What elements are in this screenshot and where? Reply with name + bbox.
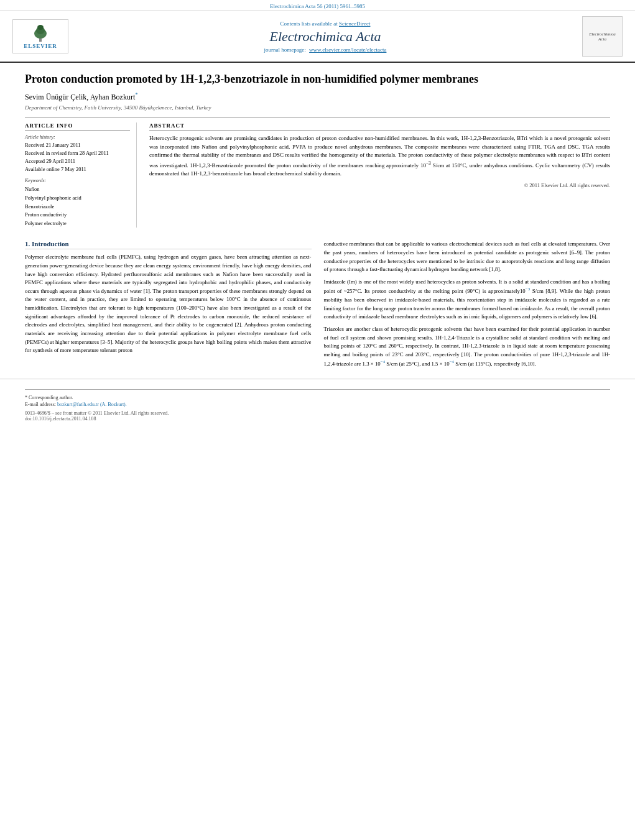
keyword-proton: Proton conductivity (25, 211, 130, 219)
abstract-text: Heterocyclic protogenic solvents are pro… (149, 134, 610, 178)
copyright-footer: 0013-4686/$ – see front matter © 2011 El… (25, 410, 610, 422)
body-right-column: conductive membranes that can be applica… (324, 240, 611, 372)
keyword-polymer: Polymer electrolyte (25, 219, 130, 228)
abstract-column: ABSTRACT Heterocyclic protogenic solvent… (149, 122, 610, 228)
article-info-column: ARTICLE INFO Article history: Received 2… (25, 122, 137, 228)
article-title: Proton conduction promoted by 1H-1,2,3-b… (25, 72, 610, 86)
sciencedirect-text[interactable]: ScienceDirect (339, 21, 370, 27)
accepted-date: Accepted 29 April 2011 (25, 157, 130, 165)
intro-paragraph3: Imidazole (Im) is one of the most widely… (324, 278, 611, 321)
author-names: Sevim Ünügür Çelik, Ayhan Bozkurt (25, 93, 135, 101)
authors: Sevim Ünügür Çelik, Ayhan Bozkurt* (25, 91, 610, 102)
intro-heading: 1. Introduction (25, 240, 312, 249)
corresponding-label: * Corresponding author. (25, 395, 73, 400)
homepage-url[interactable]: www.elsevier.com/locate/electacta (309, 47, 386, 53)
affiliation: Department of Chemistry, Fatih Universit… (25, 104, 610, 111)
abstract-copyright: © 2011 Elsevier Ltd. All rights reserved… (149, 182, 610, 188)
keywords-group: Keywords: Nafion Polyvinyl phosphonic ac… (25, 178, 130, 228)
keyword-benzo: Benzotriazole (25, 203, 130, 211)
keyword-pvpa: Polyvinyl phosphonic acid (25, 194, 130, 203)
intro-paragraph2: conductive membranes that can be applica… (324, 240, 611, 274)
email-note: E-mail address: bozkurt@fatih.edu.tr (A.… (25, 402, 610, 407)
email-label: E-mail address: (25, 402, 56, 407)
homepage-label: journal homepage: (264, 47, 306, 53)
journal-title: Electrochimica Acta (68, 29, 582, 45)
article-info-abstract: ARTICLE INFO Article history: Received 2… (25, 117, 610, 228)
elsevier-logo: ELSEVIER (12, 19, 68, 53)
journal-logo-text: Electrochimica Acta (583, 29, 622, 44)
body-section: 1. Introduction Polymer electrolyte memb… (0, 240, 635, 372)
received-date: Received 21 January 2011 (25, 141, 130, 149)
abstract-label: ABSTRACT (149, 122, 610, 131)
journal-reference: Electrochimica Acta 56 (2011) 5961–5985 (270, 3, 365, 9)
sciencedirect-link: Contents lists available at ScienceDirec… (68, 21, 582, 27)
history-label: Article history: (25, 134, 130, 140)
homepage-link: journal homepage: www.elsevier.com/locat… (68, 47, 582, 53)
header-section: ELSEVIER Contents lists available at Sci… (0, 11, 635, 63)
header-center: Contents lists available at ScienceDirec… (68, 21, 582, 53)
body-left-column: 1. Introduction Polymer electrolyte memb… (25, 240, 312, 372)
top-banner: Electrochimica Acta 56 (2011) 5961–5985 (0, 0, 635, 11)
contents-label: Contents lists available at (280, 21, 338, 27)
journal-logo: Electrochimica Acta (582, 16, 623, 57)
article-info-label: ARTICLE INFO (25, 122, 130, 131)
email-address[interactable]: bozkurt@fatih.edu.tr (A. Bozkurt). (57, 402, 127, 407)
footer-section: * Corresponding author. E-mail address: … (0, 379, 635, 425)
revised-date: Received in revised form 28 April 2011 (25, 149, 130, 157)
main-content: Proton conduction promoted by 1H-1,2,3-b… (0, 63, 635, 240)
keyword-nafion: Nafion (25, 185, 130, 194)
keywords-label: Keywords: (25, 178, 130, 183)
article-history: Article history: Received 21 January 201… (25, 134, 130, 173)
intro-paragraph4: Triazoles are another class of heterocyc… (324, 325, 611, 369)
intro-paragraph1: Polymer electrolyte membrane fuel cells … (25, 253, 312, 355)
svg-point-3 (37, 25, 44, 30)
corresponding-author-note: * Corresponding author. (25, 395, 610, 400)
doi-text: doi:10.1016/j.electacta.2011.04.108 (25, 416, 610, 422)
page: Electrochimica Acta 56 (2011) 5961–5985 … (0, 0, 635, 840)
corresponding-marker: * (135, 91, 138, 98)
available-date: Available online 7 May 2011 (25, 165, 130, 173)
copyright-text: 0013-4686/$ – see front matter © 2011 El… (25, 410, 610, 416)
elsevier-text: ELSEVIER (24, 43, 57, 49)
footer-divider (25, 389, 610, 390)
body-two-col: 1. Introduction Polymer electrolyte memb… (25, 240, 610, 372)
